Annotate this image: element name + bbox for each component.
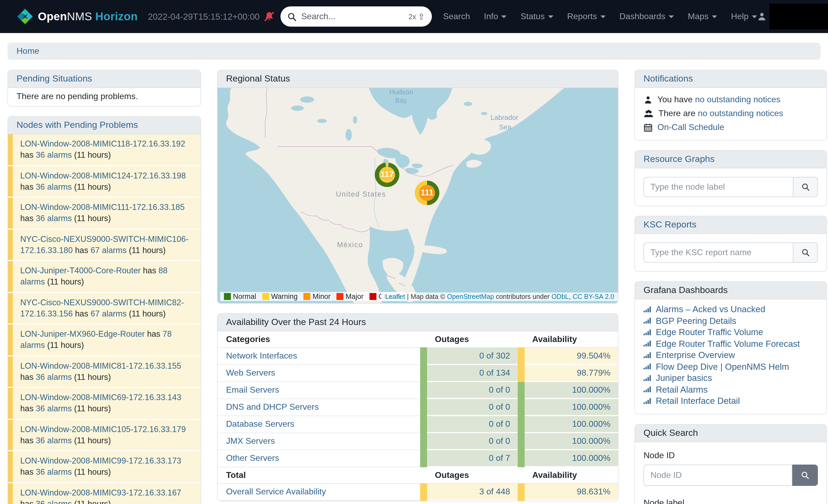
category-link[interactable]: Network Interfaces — [226, 351, 297, 360]
grafana-dashboard-link[interactable]: BGP Peering Details — [644, 315, 818, 327]
alarms-link[interactable]: 36 alarms — [36, 150, 72, 159]
map-attribution: Leaflet | Map data © OpenStreetMap contr… — [381, 292, 618, 301]
table-row: Network Interfaces 0 of 302 99.504% — [217, 348, 618, 364]
node-problem-item: LON-Juniper-T4000-Core-Router has 88 ala… — [8, 261, 201, 292]
grafana-dashboard-link[interactable]: Retail Interface Detail — [644, 395, 818, 407]
search-input[interactable] — [301, 12, 404, 21]
alarms-link[interactable]: 67 alarms — [91, 309, 127, 318]
normal-swatch — [224, 293, 231, 300]
team-notices-link[interactable]: no outstanding notices — [698, 109, 783, 118]
category-link[interactable]: Web Servers — [226, 368, 275, 377]
category-link[interactable]: Other Servers — [226, 453, 279, 462]
grafana-dashboard-link[interactable]: Enterprise Overview — [644, 350, 818, 361]
alarms-link[interactable]: 36 alarms — [36, 404, 72, 413]
category-link[interactable]: Database Servers — [226, 419, 294, 428]
col-header-outages: Outages — [424, 331, 521, 348]
node-link[interactable]: LON-Window-2008-MIMIC105-172.16.33.179 — [20, 424, 186, 433]
alarms-link[interactable]: 67 alarms — [91, 245, 127, 255]
map-label-united-states: United States — [336, 190, 386, 198]
ksc-reports-search-button[interactable] — [793, 242, 818, 263]
category-link[interactable]: Email Servers — [226, 385, 279, 394]
grafana-dashboard-link[interactable]: Juniper basics — [644, 372, 818, 384]
cluster-marker-111[interactable]: 111 — [415, 181, 439, 205]
chevron-down-icon — [752, 15, 757, 18]
alarms-link[interactable]: 36 alarms — [36, 499, 72, 504]
nav-help-menu[interactable]: Help — [731, 12, 757, 21]
overall-availability-link[interactable]: Overall Service Availability — [226, 487, 326, 496]
global-search[interactable]: 2x⇧ — [281, 6, 432, 27]
map-label-labrador-sea: Sea — [499, 123, 511, 131]
pending-situations-title[interactable]: Pending Situations — [8, 70, 201, 88]
bar-chart-icon — [644, 317, 652, 325]
notifications-card: Notifications You have no outstanding no… — [634, 70, 827, 141]
category-link[interactable]: DNS and DHCP Servers — [226, 402, 319, 411]
node-link[interactable]: LON-Window-2008-MIMIC69-172.16.33.143 — [20, 393, 181, 402]
ccbysa-link[interactable]: CC BY-SA 2.0 — [573, 293, 614, 301]
resource-graphs-input[interactable] — [644, 177, 793, 197]
alarms-link[interactable]: 36 alarms — [36, 467, 72, 476]
grafana-dashboard-link[interactable]: Retail Alarms — [644, 384, 818, 395]
person-icon — [644, 95, 653, 104]
regional-status-map[interactable]: Hudson Bay Labrador Sea United States Mé… — [217, 88, 618, 303]
chevron-down-icon — [669, 15, 674, 18]
resource-graphs-search-button[interactable] — [793, 177, 818, 197]
availability-cell: 100.000% — [521, 381, 618, 399]
alarms-link[interactable]: 36 alarms — [36, 182, 72, 191]
nav-status-menu[interactable]: Status — [521, 12, 553, 21]
alarms-link[interactable]: 36 alarms — [36, 214, 72, 223]
nodes-pending-problems-title[interactable]: Nodes with Pending Problems — [8, 117, 201, 134]
opennms-brand[interactable]: OpenNMSHorizon — [16, 7, 138, 26]
node-link[interactable]: LON-Window-2008-MIMIC124-172.16.33.198 — [20, 171, 186, 180]
resource-graphs-title[interactable]: Resource Graphs — [635, 151, 826, 168]
notifications-title[interactable]: Notifications — [635, 70, 826, 88]
breadcrumb-home-link[interactable]: Home — [16, 46, 39, 55]
grafana-dashboard-link[interactable]: Alarms – Acked vs Unacked — [644, 304, 818, 315]
cluster-marker-117[interactable]: 117 — [375, 163, 399, 187]
search-icon — [801, 248, 810, 257]
chevron-down-icon — [548, 15, 553, 18]
grafana-dashboard-link[interactable]: Edge Router Traffic Volume — [644, 327, 818, 338]
node-link[interactable]: LON-Window-2008-MIMIC81-172.16.33.155 — [20, 361, 181, 370]
category-link[interactable]: JMX Servers — [226, 436, 275, 445]
team-notices-row: There are no outstanding notices — [644, 106, 818, 121]
node-id-label: Node ID — [644, 451, 818, 460]
notifications-off-icon[interactable] — [263, 11, 275, 22]
ksc-reports-input[interactable] — [644, 242, 793, 263]
nav-info-menu[interactable]: Info — [484, 12, 506, 21]
node-link[interactable]: LON-Juniper-MX960-Edge-Router — [20, 329, 145, 338]
user-notices-link[interactable]: no outstanding notices — [695, 95, 780, 104]
odbl-link[interactable]: ODbL — [551, 293, 569, 301]
node-link[interactable]: LON-Window-2008-MIMIC118-172.16.33.192 — [20, 139, 185, 148]
nav-reports-menu[interactable]: Reports — [567, 12, 606, 21]
node-id-search-button[interactable] — [792, 464, 818, 486]
search-icon — [287, 12, 296, 21]
osm-link[interactable]: OpenStreetMap — [447, 293, 494, 301]
node-link[interactable]: LON-Window-2008-MIMIC99-172.16.33.173 — [20, 456, 181, 465]
ksc-reports-card: KSC Reports — [634, 216, 827, 272]
duration-text: (11 hours) — [74, 214, 111, 223]
duration-text: (11 hours) — [74, 436, 111, 445]
node-link[interactable]: LON-Window-2008-MIMIC93-172.16.33.167 — [20, 488, 181, 497]
oncall-schedule-link[interactable]: On-Call Schedule — [657, 121, 724, 134]
leaflet-link[interactable]: Leaflet — [385, 293, 405, 301]
nav-search-link[interactable]: Search — [443, 12, 470, 21]
alarms-link[interactable]: 36 alarms — [36, 372, 72, 381]
node-label-label: Node label — [644, 498, 818, 504]
user-menu[interactable] — [757, 4, 828, 29]
nav-dashboards-menu[interactable]: Dashboards — [619, 12, 674, 21]
node-id-input[interactable] — [644, 464, 792, 486]
nav-maps-menu[interactable]: Maps — [688, 12, 717, 21]
ksc-reports-title[interactable]: KSC Reports — [635, 216, 826, 234]
node-problem-item: LON-Juniper-MX960-Edge-Router has 78 ala… — [8, 324, 201, 355]
node-link[interactable]: LON-Window-2008-MIMIC111-172.16.33.185 — [20, 202, 185, 212]
alarms-link[interactable]: 36 alarms — [36, 436, 72, 445]
user-notices-row: You have no outstanding notices — [644, 93, 818, 106]
top-navbar: OpenNMSHorizon 2022-04-29T15:15:12+00:00… — [0, 0, 828, 33]
duration-text: (11 hours) — [129, 309, 166, 318]
node-link[interactable]: LON-Juniper-T4000-Core-Router — [20, 266, 141, 275]
bar-chart-icon — [644, 398, 652, 405]
quick-search-card: Quick Search Node ID Node label — [634, 424, 827, 504]
main-nav: Search Info Status Reports Dashboards Ma… — [443, 12, 757, 21]
grafana-dashboard-link[interactable]: Flow Deep Dive | OpenNMS Helm — [644, 361, 818, 372]
grafana-dashboard-link[interactable]: Edge Router Traffic Volume Forecast — [644, 338, 818, 350]
